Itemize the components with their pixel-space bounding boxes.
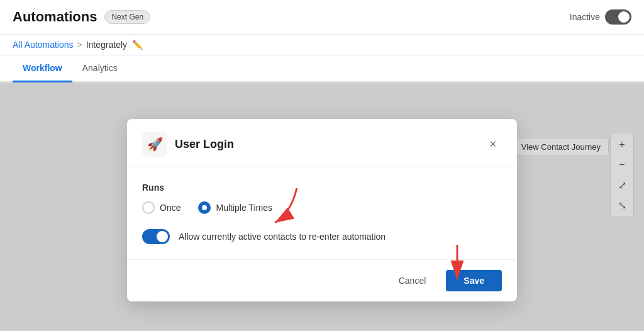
status-toggle[interactable] [605, 9, 631, 25]
breadcrumb-separator: > [77, 40, 82, 50]
runs-label: Runs [142, 182, 502, 193]
canvas-area: View Contact Journey + − ⤢ ⤡ End Automat… [0, 82, 644, 331]
radio-once[interactable]: Once [142, 201, 180, 214]
all-automations-link[interactable]: All Automations [13, 40, 74, 50]
page-title: Automations [13, 9, 97, 25]
modal-body: Runs Once Multiple Times Allow cur [127, 167, 517, 259]
re-enter-toggle[interactable] [142, 229, 170, 244]
runs-radio-group: Once Multiple Times [142, 201, 502, 214]
modal-header: 🚀 User Login × [127, 119, 517, 167]
radio-multiple-times-label: Multiple Times [216, 203, 272, 213]
edit-icon[interactable]: ✏️ [132, 40, 143, 50]
tab-analytics[interactable]: Analytics [72, 55, 128, 82]
re-enter-toggle-label: Allow currently active contacts to re-en… [179, 232, 386, 242]
status-label: Inactive [570, 12, 600, 22]
breadcrumb-current: Integrately [86, 40, 127, 50]
user-login-modal: 🚀 User Login × Runs Once Mult [127, 119, 517, 301]
radio-once-label: Once [160, 203, 180, 213]
modal-title: User Login [175, 138, 234, 151]
next-gen-badge: Next Gen [104, 10, 150, 24]
tab-workflow[interactable]: Workflow [13, 55, 72, 82]
radio-once-circle[interactable] [142, 201, 155, 214]
save-button[interactable]: Save [446, 270, 502, 291]
modal-overlay: 🚀 User Login × Runs Once Mult [0, 82, 644, 331]
re-enter-toggle-row: Allow currently active contacts to re-en… [142, 229, 502, 244]
radio-multiple-times-circle[interactable] [198, 201, 211, 214]
radio-multiple-times[interactable]: Multiple Times [198, 201, 272, 214]
app-header: Automations Next Gen Inactive [0, 0, 644, 35]
modal-icon: 🚀 [142, 132, 167, 157]
header-right: Inactive [570, 9, 631, 25]
modal-footer: Cancel Save [127, 259, 517, 301]
modal-close-button[interactable]: × [484, 135, 502, 153]
breadcrumb: All Automations > Integrately ✏️ [0, 35, 644, 55]
cancel-button[interactable]: Cancel [386, 270, 439, 291]
tab-bar: Workflow Analytics [0, 55, 644, 82]
